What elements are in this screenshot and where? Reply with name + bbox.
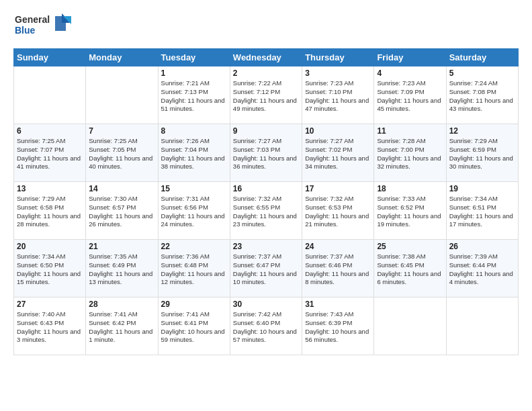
day-number: 16 [233, 184, 299, 193]
day-info: Sunrise: 7:32 AM Sunset: 6:53 PM Dayligh… [305, 195, 371, 229]
day-info: Sunrise: 7:26 AM Sunset: 7:04 PM Dayligh… [161, 137, 227, 171]
calendar-day-cell: 24Sunrise: 7:37 AM Sunset: 6:46 PM Dayli… [302, 240, 374, 298]
day-info: Sunrise: 7:42 AM Sunset: 6:40 PM Dayligh… [233, 310, 299, 345]
calendar-day-cell: 1Sunrise: 7:21 AM Sunset: 7:13 PM Daylig… [158, 66, 230, 124]
day-number: 4 [377, 68, 443, 78]
day-info: Sunrise: 7:27 AM Sunset: 7:03 PM Dayligh… [233, 137, 299, 171]
day-info: Sunrise: 7:24 AM Sunset: 7:08 PM Dayligh… [449, 79, 515, 113]
calendar-day-cell: 2Sunrise: 7:22 AM Sunset: 7:12 PM Daylig… [230, 66, 302, 124]
day-number: 22 [161, 242, 227, 251]
weekday-header-cell: Thursday [302, 49, 374, 66]
calendar-day-cell: 13Sunrise: 7:29 AM Sunset: 6:58 PM Dayli… [14, 182, 86, 240]
day-number: 3 [305, 68, 371, 78]
calendar-day-cell: 31Sunrise: 7:43 AM Sunset: 6:39 PM Dayli… [302, 298, 374, 355]
day-number: 15 [161, 184, 227, 193]
calendar-day-cell: 22Sunrise: 7:36 AM Sunset: 6:48 PM Dayli… [158, 240, 230, 298]
weekday-header-cell: Sunday [14, 49, 86, 66]
calendar-day-cell: 17Sunrise: 7:32 AM Sunset: 6:53 PM Dayli… [302, 182, 374, 240]
calendar-day-cell: 9Sunrise: 7:27 AM Sunset: 7:03 PM Daylig… [230, 124, 302, 182]
day-info: Sunrise: 7:37 AM Sunset: 6:46 PM Dayligh… [305, 253, 371, 287]
calendar-day-cell: 4Sunrise: 7:23 AM Sunset: 7:09 PM Daylig… [374, 66, 446, 124]
calendar-week-row: 1Sunrise: 7:21 AM Sunset: 7:13 PM Daylig… [14, 66, 519, 124]
day-number: 18 [377, 184, 443, 193]
day-info: Sunrise: 7:36 AM Sunset: 6:48 PM Dayligh… [161, 253, 227, 287]
day-info: Sunrise: 7:29 AM Sunset: 6:59 PM Dayligh… [449, 137, 515, 171]
day-info: Sunrise: 7:23 AM Sunset: 7:10 PM Dayligh… [305, 79, 371, 113]
day-number: 17 [305, 184, 371, 193]
day-info: Sunrise: 7:25 AM Sunset: 7:07 PM Dayligh… [17, 137, 83, 171]
calendar-day-cell: 27Sunrise: 7:40 AM Sunset: 6:43 PM Dayli… [14, 298, 86, 355]
weekday-header-cell: Saturday [446, 49, 518, 66]
calendar-week-row: 20Sunrise: 7:34 AM Sunset: 6:50 PM Dayli… [14, 240, 519, 298]
calendar-day-cell: 30Sunrise: 7:42 AM Sunset: 6:40 PM Dayli… [230, 298, 302, 355]
day-info: Sunrise: 7:35 AM Sunset: 6:49 PM Dayligh… [89, 253, 154, 287]
day-number: 14 [89, 184, 154, 193]
day-number: 2 [233, 68, 299, 78]
calendar-day-cell: 8Sunrise: 7:26 AM Sunset: 7:04 PM Daylig… [158, 124, 230, 182]
day-number: 27 [17, 300, 83, 309]
day-info: Sunrise: 7:29 AM Sunset: 6:58 PM Dayligh… [17, 195, 83, 229]
calendar-day-cell [374, 298, 446, 355]
day-info: Sunrise: 7:34 AM Sunset: 6:51 PM Dayligh… [449, 195, 515, 229]
day-info: Sunrise: 7:41 AM Sunset: 6:42 PM Dayligh… [89, 310, 154, 345]
weekday-header-row: SundayMondayTuesdayWednesdayThursdayFrid… [14, 49, 519, 66]
day-number: 13 [17, 184, 83, 193]
day-number: 12 [449, 126, 515, 136]
calendar-day-cell: 26Sunrise: 7:39 AM Sunset: 6:44 PM Dayli… [446, 240, 518, 298]
day-info: Sunrise: 7:33 AM Sunset: 6:52 PM Dayligh… [377, 195, 443, 229]
calendar-day-cell: 10Sunrise: 7:27 AM Sunset: 7:02 PM Dayli… [302, 124, 374, 182]
day-info: Sunrise: 7:34 AM Sunset: 6:50 PM Dayligh… [17, 253, 83, 287]
calendar-day-cell [14, 66, 86, 124]
calendar-day-cell: 11Sunrise: 7:28 AM Sunset: 7:00 PM Dayli… [374, 124, 446, 182]
calendar-day-cell: 15Sunrise: 7:31 AM Sunset: 6:56 PM Dayli… [158, 182, 230, 240]
calendar-day-cell: 18Sunrise: 7:33 AM Sunset: 6:52 PM Dayli… [374, 182, 446, 240]
day-info: Sunrise: 7:31 AM Sunset: 6:56 PM Dayligh… [161, 195, 227, 229]
day-info: Sunrise: 7:28 AM Sunset: 7:00 PM Dayligh… [377, 137, 443, 171]
weekday-header-cell: Monday [86, 49, 158, 66]
calendar-day-cell: 23Sunrise: 7:37 AM Sunset: 6:47 PM Dayli… [230, 240, 302, 298]
day-info: Sunrise: 7:23 AM Sunset: 7:09 PM Dayligh… [377, 79, 443, 113]
day-number: 1 [161, 68, 227, 78]
day-info: Sunrise: 7:22 AM Sunset: 7:12 PM Dayligh… [233, 79, 299, 113]
calendar-day-cell: 6Sunrise: 7:25 AM Sunset: 7:07 PM Daylig… [14, 124, 86, 182]
calendar-day-cell [86, 66, 158, 124]
day-number: 10 [305, 126, 371, 136]
day-number: 11 [377, 126, 443, 136]
calendar-day-cell: 7Sunrise: 7:25 AM Sunset: 7:05 PM Daylig… [86, 124, 158, 182]
day-number: 31 [305, 300, 371, 309]
day-number: 30 [233, 300, 299, 309]
day-info: Sunrise: 7:37 AM Sunset: 6:47 PM Dayligh… [233, 253, 299, 287]
day-number: 24 [305, 242, 371, 251]
day-number: 7 [89, 126, 154, 136]
day-info: Sunrise: 7:32 AM Sunset: 6:55 PM Dayligh… [233, 195, 299, 229]
calendar-table: SundayMondayTuesdayWednesdayThursdayFrid… [13, 48, 519, 355]
day-number: 29 [161, 300, 227, 309]
day-info: Sunrise: 7:27 AM Sunset: 7:02 PM Dayligh… [305, 137, 371, 171]
day-info: Sunrise: 7:43 AM Sunset: 6:39 PM Dayligh… [305, 310, 371, 345]
weekday-header-cell: Friday [374, 49, 446, 66]
day-number: 21 [89, 242, 154, 251]
day-info: Sunrise: 7:21 AM Sunset: 7:13 PM Dayligh… [161, 79, 227, 113]
calendar-week-row: 13Sunrise: 7:29 AM Sunset: 6:58 PM Dayli… [14, 182, 519, 240]
day-number: 5 [449, 68, 515, 78]
day-info: Sunrise: 7:41 AM Sunset: 6:41 PM Dayligh… [161, 310, 227, 345]
day-number: 8 [161, 126, 227, 136]
calendar-day-cell: 25Sunrise: 7:38 AM Sunset: 6:45 PM Dayli… [374, 240, 446, 298]
day-number: 19 [449, 184, 515, 193]
weekday-header-cell: Tuesday [158, 49, 230, 66]
calendar-day-cell: 12Sunrise: 7:29 AM Sunset: 6:59 PM Dayli… [446, 124, 518, 182]
day-number: 9 [233, 126, 299, 136]
day-number: 25 [377, 242, 443, 251]
calendar-day-cell: 16Sunrise: 7:32 AM Sunset: 6:55 PM Dayli… [230, 182, 302, 240]
svg-text:Blue: Blue [15, 25, 36, 36]
calendar-day-cell: 21Sunrise: 7:35 AM Sunset: 6:49 PM Dayli… [86, 240, 158, 298]
logo-icon: General Blue [13, 11, 74, 39]
day-info: Sunrise: 7:39 AM Sunset: 6:44 PM Dayligh… [449, 253, 515, 287]
calendar-day-cell: 20Sunrise: 7:34 AM Sunset: 6:50 PM Dayli… [14, 240, 86, 298]
day-number: 28 [89, 300, 154, 309]
calendar-day-cell: 3Sunrise: 7:23 AM Sunset: 7:10 PM Daylig… [302, 66, 374, 124]
calendar-day-cell: 28Sunrise: 7:41 AM Sunset: 6:42 PM Dayli… [86, 298, 158, 355]
day-number: 20 [17, 242, 83, 251]
calendar-week-row: 6Sunrise: 7:25 AM Sunset: 7:07 PM Daylig… [14, 124, 519, 182]
day-info: Sunrise: 7:40 AM Sunset: 6:43 PM Dayligh… [17, 310, 83, 345]
